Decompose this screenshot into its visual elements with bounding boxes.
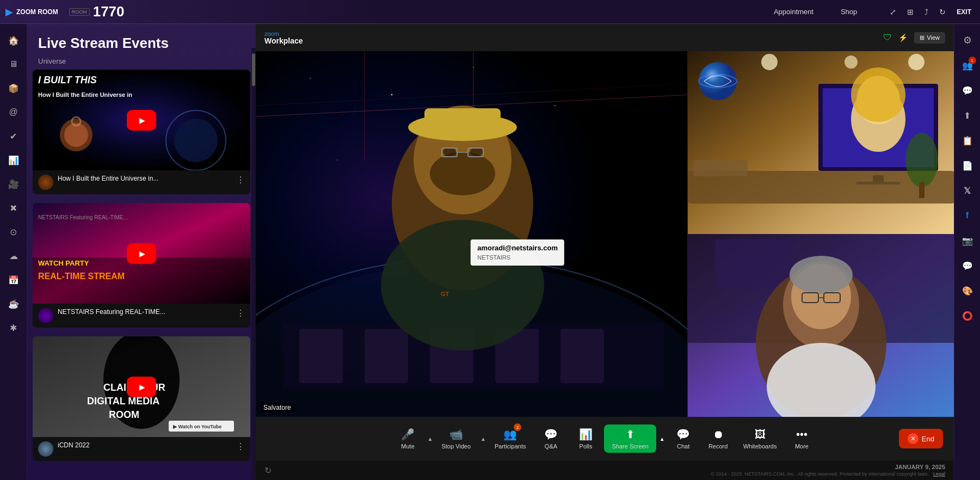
end-button[interactable]: ✕ End	[899, 429, 943, 448]
rs-settings-icon[interactable]: ⚙	[958, 30, 977, 50]
rs-circle-icon[interactable]: ⭕	[958, 306, 977, 325]
svg-point-65	[905, 133, 938, 187]
rs-whatsapp-icon[interactable]: 💬	[958, 256, 977, 275]
nav-shop[interactable]: Shop	[841, 8, 857, 16]
qa-label: Q&A	[545, 443, 557, 450]
rs-chat-icon[interactable]: 💬	[958, 81, 977, 100]
end-x-icon: ✕	[908, 433, 919, 444]
participant-label: Salvatore	[260, 403, 294, 413]
grid-icon[interactable]: ⊞	[907, 8, 914, 16]
svg-point-21	[310, 78, 311, 79]
sidebar-item-cloud[interactable]: ☁	[4, 246, 23, 266]
video-more-2[interactable]: ⋮	[236, 308, 245, 318]
play-btn-2[interactable]	[127, 243, 156, 264]
whiteboards-button[interactable]: 🖼 Whiteboards	[737, 425, 784, 453]
panel-header: Live Stream Events	[27, 24, 256, 57]
scroll-thumb[interactable]	[252, 53, 255, 86]
video-caret[interactable]: ▲	[480, 436, 486, 442]
zoom-area: zoom Workplace 🛡 ⚡ ⊞ View	[256, 24, 954, 480]
qa-button[interactable]: 💬 Q&A	[534, 424, 567, 453]
share-screen-caret[interactable]: ▲	[660, 436, 665, 442]
room-number: 1770	[93, 3, 125, 20]
svg-point-2	[174, 119, 218, 162]
play-btn-1[interactable]	[127, 110, 156, 131]
video-icon: 📹	[449, 428, 463, 441]
expand-icon[interactable]: ⤢	[890, 8, 896, 16]
share-screen-button[interactable]: ⬆ Share Screen	[604, 424, 656, 453]
svg-point-44	[430, 152, 495, 195]
svg-text:How I Built the Entire Univers: How I Built the Entire Universe in	[38, 91, 132, 98]
rs-x-icon[interactable]: 𝕏	[958, 181, 977, 200]
sidebar-item-cup[interactable]: ☕	[4, 294, 23, 313]
video-card-2[interactable]: NETSTAIRS Featuring REAL-TIME... WATCH P…	[33, 203, 250, 328]
sidebar-item-close[interactable]: ✖	[4, 198, 23, 218]
svg-text:WATCH PARTY: WATCH PARTY	[38, 259, 89, 267]
rs-upload-icon[interactable]: ⬆	[958, 106, 977, 125]
sidebar-item-circle[interactable]: ⊙	[4, 222, 23, 242]
rs-users-icon[interactable]: 👥 1	[958, 56, 977, 75]
share-icon[interactable]: ⤴	[924, 8, 928, 16]
svg-point-58	[851, 67, 905, 122]
video-meta-3: iCDN 2022 ⋮	[33, 437, 250, 461]
video-title-2: NETSTAIRS Featuring REAL-TIME...	[58, 308, 232, 317]
video-meta-2: NETSTAIRS Featuring REAL-TIME... ⋮	[33, 304, 250, 328]
participants-button[interactable]: 👥 2 Participants	[488, 424, 532, 453]
sidebar-item-screen[interactable]: 🖥	[4, 54, 23, 74]
panel-scroll[interactable]: How I Built the Entire Universe in I BUI…	[27, 70, 256, 480]
sidebar-item-home[interactable]: 🏠	[4, 30, 23, 50]
svg-rect-69	[715, 239, 791, 288]
video-avatar-3	[38, 441, 53, 457]
person-video-svg	[688, 234, 954, 417]
refresh-footer-icon[interactable]: ↻	[264, 465, 272, 476]
sidebar-item-asterisk[interactable]: ✱	[4, 318, 23, 337]
svg-point-24	[554, 105, 556, 106]
stop-video-button[interactable]: 📹 Stop Video	[435, 424, 477, 453]
refresh-icon[interactable]: ↻	[939, 8, 946, 16]
rs-instagram-icon[interactable]: 📷	[958, 231, 977, 250]
participants-badge: 2	[514, 423, 521, 431]
participants-label: Participants	[495, 443, 526, 450]
sidebar-item-calendar[interactable]: 📅	[4, 270, 23, 290]
chat-icon: 💬	[676, 428, 690, 441]
svg-rect-33	[299, 329, 343, 383]
zoom-footer: ↻ JANUARY 9, 2025 © 2014 - 2025. NETSTAI…	[256, 460, 954, 480]
nav-appointment[interactable]: Appointment	[774, 8, 813, 16]
video-card-1[interactable]: How I Built the Entire Universe in I BUI…	[33, 70, 250, 194]
record-button[interactable]: ⏺ Record	[702, 425, 735, 453]
mute-button[interactable]: 🎤 Mute	[392, 424, 424, 453]
view-button[interactable]: ⊞ View	[914, 32, 945, 44]
video-more-1[interactable]: ⋮	[236, 175, 245, 185]
exit-button[interactable]: EXIT	[957, 8, 971, 16]
svg-point-52	[845, 56, 858, 69]
rs-color-icon[interactable]: 🎨	[958, 281, 977, 300]
end-label: End	[922, 435, 934, 443]
polls-button[interactable]: 📊 Polls	[569, 424, 602, 453]
side-video-bottom	[687, 234, 954, 417]
video-title-1: How I Built the Entire Universe in...	[58, 175, 232, 183]
play-btn-3[interactable]	[127, 377, 156, 397]
top-bar: ▶ ZOOM ROOM ROOM 1770 Appointment Shop ⤢…	[0, 0, 980, 24]
video-card-3[interactable]: CLAIM YOUR DIGITAL MEDIA ROOM ▶ Watch on…	[33, 336, 250, 461]
svg-point-25	[337, 159, 338, 161]
footer-legal[interactable]: Legal	[933, 471, 945, 477]
rs-copy-icon[interactable]: 📄	[958, 156, 977, 175]
svg-text:▶ Watch on YouTube: ▶ Watch on YouTube	[173, 424, 221, 429]
rs-facebook-icon[interactable]: f	[958, 206, 977, 225]
more-button[interactable]: ••• More	[785, 425, 818, 453]
sidebar-item-video[interactable]: 🎥	[4, 174, 23, 194]
svg-rect-41	[424, 108, 501, 133]
svg-point-74	[790, 256, 853, 294]
connection-icon: ⚡	[898, 33, 908, 42]
zoom-workplace-logo: zoom Workplace	[264, 31, 303, 45]
sidebar-item-box[interactable]: 📦	[4, 78, 23, 98]
sidebar-item-check[interactable]: ✔	[4, 126, 23, 146]
participants-icon: 👥 2	[503, 428, 517, 441]
scroll-bar[interactable]	[251, 48, 256, 480]
chat-button[interactable]: 💬 Chat	[667, 424, 700, 453]
rs-clipboard-icon[interactable]: 📋	[958, 131, 977, 150]
video-avatar-1	[38, 175, 53, 190]
sidebar-item-analytics[interactable]: 📊	[4, 150, 23, 170]
sidebar-item-mail[interactable]: @	[4, 102, 23, 122]
video-more-3[interactable]: ⋮	[236, 441, 245, 452]
mute-caret[interactable]: ▲	[428, 436, 433, 442]
